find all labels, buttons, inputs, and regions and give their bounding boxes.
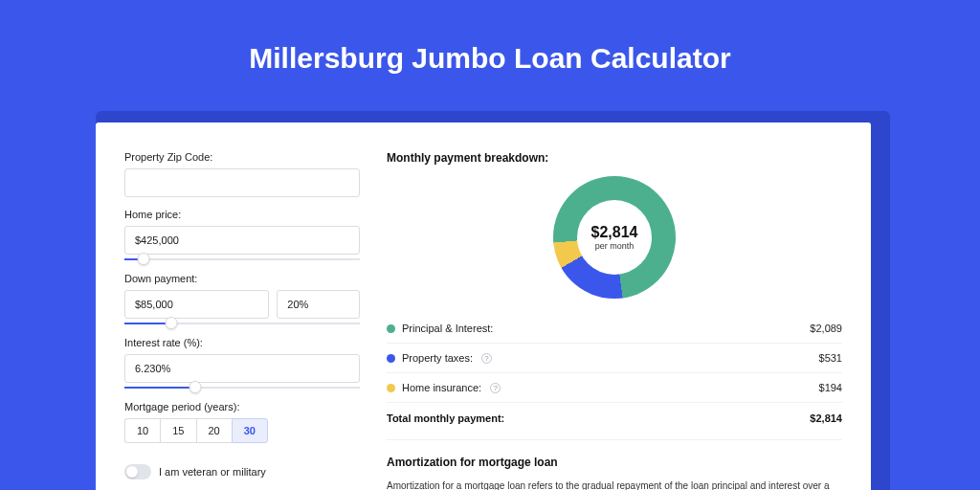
legend-row: Property taxes:?$531 bbox=[387, 343, 842, 372]
breakdown-legend: Principal & Interest:$2,089Property taxe… bbox=[387, 314, 842, 402]
period-options: 10152030 bbox=[124, 418, 360, 443]
breakdown-column: Monthly payment breakdown: $2,814 per mo… bbox=[387, 145, 842, 490]
down-percent-input[interactable] bbox=[277, 290, 360, 319]
donut-amount: $2,814 bbox=[591, 224, 638, 241]
calculator-card: Property Zip Code: Home price: Down paym… bbox=[96, 122, 871, 490]
info-icon[interactable]: ? bbox=[481, 353, 492, 364]
veteran-toggle[interactable] bbox=[124, 464, 151, 479]
zip-input[interactable] bbox=[124, 168, 360, 197]
price-slider[interactable] bbox=[124, 257, 360, 261]
legend-label: Home insurance: bbox=[402, 382, 481, 393]
total-value: $2,814 bbox=[810, 412, 842, 424]
rate-label: Interest rate (%): bbox=[124, 337, 360, 348]
amortization-heading: Amortization for mortgage loan bbox=[387, 439, 842, 469]
page-title: Millersburg Jumbo Loan Calculator bbox=[0, 0, 980, 96]
period-option-10[interactable]: 10 bbox=[124, 418, 160, 443]
down-label: Down payment: bbox=[124, 273, 360, 284]
inputs-column: Property Zip Code: Home price: Down paym… bbox=[124, 145, 360, 490]
amortization-body: Amortization for a mortgage loan refers … bbox=[387, 479, 842, 490]
period-option-30[interactable]: 30 bbox=[232, 418, 268, 443]
legend-row: Home insurance:?$194 bbox=[387, 372, 842, 402]
legend-value: $531 bbox=[819, 352, 842, 364]
period-option-20[interactable]: 20 bbox=[196, 418, 232, 443]
legend-dot-icon bbox=[387, 354, 395, 363]
veteran-label: I am veteran or military bbox=[159, 466, 266, 478]
legend-value: $2,089 bbox=[810, 323, 842, 334]
zip-label: Property Zip Code: bbox=[124, 151, 360, 163]
down-slider[interactable] bbox=[124, 322, 360, 325]
down-amount-input[interactable] bbox=[124, 290, 269, 319]
donut-center: $2,814 per month bbox=[577, 200, 652, 275]
rate-input[interactable] bbox=[124, 354, 360, 383]
period-label: Mortgage period (years): bbox=[124, 401, 360, 412]
legend-dot-icon bbox=[387, 324, 395, 333]
slider-fill bbox=[124, 387, 195, 389]
total-label: Total monthly payment: bbox=[387, 412, 504, 424]
legend-label: Property taxes: bbox=[402, 352, 473, 364]
price-label: Home price: bbox=[124, 209, 360, 220]
price-input[interactable] bbox=[124, 226, 360, 255]
info-icon[interactable]: ? bbox=[490, 383, 501, 393]
legend-value: $194 bbox=[819, 382, 842, 393]
legend-dot-icon bbox=[387, 384, 395, 392]
donut-sub: per month bbox=[595, 241, 635, 251]
rate-slider[interactable] bbox=[124, 386, 360, 390]
slider-thumb[interactable] bbox=[166, 317, 178, 329]
legend-row: Principal & Interest:$2,089 bbox=[387, 314, 842, 343]
slider-thumb[interactable] bbox=[189, 381, 201, 393]
slider-thumb[interactable] bbox=[137, 253, 149, 265]
slider-track bbox=[124, 258, 360, 260]
breakdown-donut-chart: $2,814 per month bbox=[553, 176, 676, 299]
period-option-15[interactable]: 15 bbox=[160, 418, 195, 443]
legend-label: Principal & Interest: bbox=[402, 323, 493, 334]
breakdown-title: Monthly payment breakdown: bbox=[387, 151, 842, 165]
